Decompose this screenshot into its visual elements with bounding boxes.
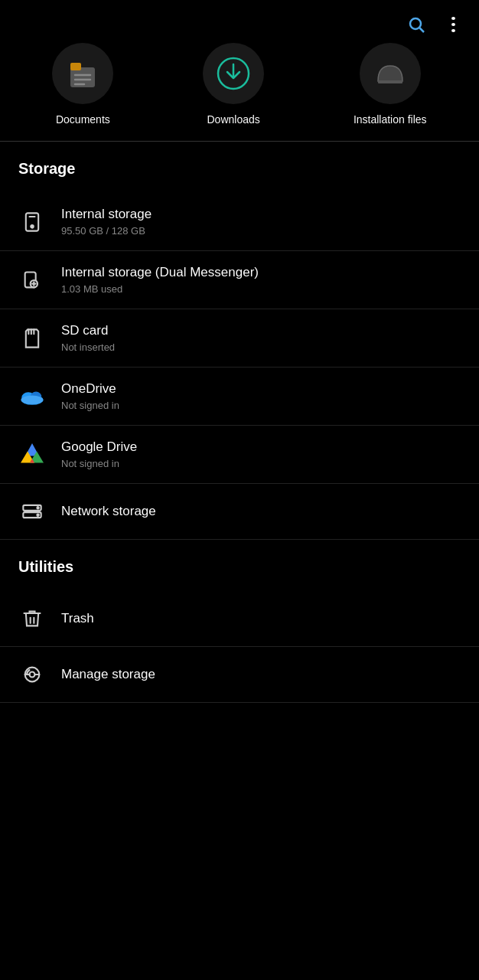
utilities-title: Utilities (0, 552, 479, 591)
network-text: Network storage (61, 504, 156, 519)
search-icon (407, 15, 425, 34)
installation-circle (360, 43, 421, 104)
onedrive-text: OneDrive Not signed in (61, 381, 119, 411)
storage-item-sdcard[interactable]: SD card Not inserted (0, 309, 479, 368)
svg-point-24 (21, 395, 44, 404)
trash-text: Trash (61, 611, 94, 626)
gdrive-text: Google Drive Not signed in (61, 439, 137, 469)
top-divider (0, 141, 479, 142)
svg-point-32 (37, 507, 38, 508)
internal-storage-text: Internal storage 95.50 GB / 128 GB (61, 207, 152, 237)
trash-title: Trash (61, 611, 94, 626)
storage-item-onedrive[interactable]: OneDrive Not signed in (0, 368, 479, 426)
storage-list: Internal storage 95.50 GB / 128 GB Inter… (0, 193, 479, 540)
svg-point-12 (31, 225, 34, 228)
gdrive-title: Google Drive (61, 439, 137, 455)
storage-item-internal[interactable]: Internal storage 95.50 GB / 128 GB (0, 193, 479, 251)
installation-label: Installation files (354, 113, 427, 126)
category-downloads[interactable]: Downloads (203, 43, 264, 126)
header (0, 0, 479, 43)
storage-title: Storage (0, 160, 479, 193)
top-categories: Documents Downloads Installation files (0, 43, 479, 141)
google-drive-icon (18, 441, 46, 469)
sd-card-icon (18, 325, 46, 352)
utilities-item-manage[interactable]: Manage storage (0, 647, 479, 703)
dual-storage-text: Internal storage (Dual Messenger) 1.03 M… (61, 265, 259, 295)
utilities-list: Trash Manage storage (0, 591, 479, 703)
category-installation[interactable]: Installation files (354, 43, 427, 126)
dot (451, 23, 455, 26)
manage-storage-icon (18, 661, 46, 688)
category-documents[interactable]: Documents (52, 43, 113, 126)
documents-circle (52, 43, 113, 104)
utilities-item-trash[interactable]: Trash (0, 591, 479, 647)
svg-rect-9 (378, 80, 402, 83)
utilities-section: Utilities Trash (0, 552, 479, 703)
dot (451, 29, 455, 32)
svg-point-0 (410, 18, 421, 29)
documents-icon (64, 55, 101, 92)
trash-icon (18, 605, 46, 632)
dual-messenger-icon (18, 266, 46, 294)
onedrive-subtitle: Not signed in (61, 400, 119, 411)
svg-point-33 (37, 514, 38, 516)
phone-storage-icon (18, 208, 46, 236)
network-storage-icon (18, 498, 46, 525)
network-title: Network storage (61, 504, 156, 519)
downloads-label: Downloads (207, 113, 259, 126)
svg-rect-3 (70, 63, 81, 70)
dual-storage-subtitle: 1.03 MB used (61, 283, 259, 295)
storage-item-network[interactable]: Network storage (0, 484, 479, 540)
manage-title: Manage storage (61, 667, 155, 682)
internal-storage-subtitle: 95.50 GB / 128 GB (61, 225, 152, 237)
downloads-circle (203, 43, 264, 104)
dot (451, 17, 455, 20)
dual-storage-title: Internal storage (Dual Messenger) (61, 265, 259, 280)
downloads-icon (213, 54, 253, 93)
gdrive-subtitle: Not signed in (61, 458, 137, 469)
sdcard-subtitle: Not inserted (61, 341, 115, 353)
more-options-button[interactable] (442, 14, 464, 35)
documents-label: Documents (56, 113, 110, 126)
onedrive-title: OneDrive (61, 381, 119, 397)
sdcard-text: SD card Not inserted (61, 323, 115, 353)
svg-line-1 (420, 28, 425, 33)
installation-icon (370, 54, 410, 93)
storage-item-gdrive[interactable]: Google Drive Not signed in (0, 426, 479, 484)
manage-text: Manage storage (61, 667, 155, 682)
internal-storage-title: Internal storage (61, 207, 152, 222)
onedrive-icon (18, 383, 46, 410)
search-button[interactable] (406, 14, 427, 35)
storage-section: Storage Internal storage 95.50 GB / 128 … (0, 160, 479, 540)
storage-item-dual[interactable]: Internal storage (Dual Messenger) 1.03 M… (0, 251, 479, 309)
sdcard-title: SD card (61, 323, 115, 338)
